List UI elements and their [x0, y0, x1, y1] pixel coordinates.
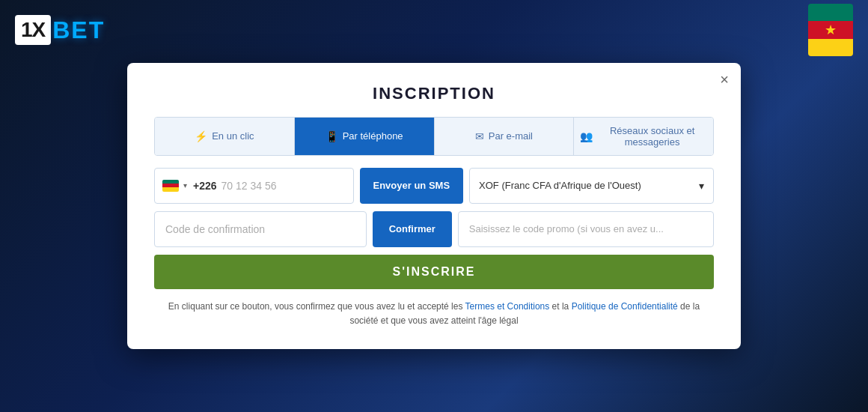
email-icon: ✉	[475, 130, 484, 142]
fm-yellow	[162, 187, 179, 191]
currency-chevron-icon: ▾	[699, 180, 704, 192]
phone-flag	[162, 180, 179, 192]
promo-placeholder: Saisissez le code promo (si vous en avez…	[469, 223, 664, 234]
tab-phone-label: Par téléphone	[343, 130, 403, 142]
tab-social-label: Réseaux sociaux et messageries	[597, 125, 707, 148]
submit-button[interactable]: S'INSCRIRE	[154, 255, 714, 289]
terms-text: En cliquant sur ce bouton, vous confirme…	[154, 300, 714, 328]
tab-email[interactable]: ✉ Par e-mail	[435, 118, 575, 155]
close-button[interactable]: ×	[720, 72, 729, 87]
phone-icon: 📱	[326, 130, 338, 142]
confirmation-code-field[interactable]: Code de confirmation	[154, 211, 367, 247]
phone-input-field[interactable]: ▾ +226 70 12 34 56	[154, 168, 354, 204]
country-code: +226	[193, 180, 217, 192]
terms-text-2: et la	[552, 301, 569, 312]
tab-social[interactable]: 👥 Réseaux sociaux et messageries	[574, 118, 713, 155]
modal-title: INSCRIPTION	[154, 84, 714, 103]
tab-email-label: Par e-mail	[489, 130, 533, 142]
privacy-policy-link[interactable]: Politique de Confidentialité	[572, 301, 678, 312]
send-sms-button[interactable]: Envoyer un SMS	[360, 168, 464, 204]
tab-one-click-label: En un clic	[212, 130, 254, 142]
confirm-row: Code de confirmation Confirmer Saisissez…	[154, 211, 714, 247]
lightning-icon: ⚡	[195, 130, 207, 142]
terms-text-1: En cliquant sur ce bouton, vous confirme…	[168, 301, 463, 312]
tab-one-click[interactable]: ⚡ En un clic	[155, 118, 295, 155]
registration-tabs: ⚡ En un clic 📱 Par téléphone ✉ Par e-mai…	[154, 117, 714, 156]
promo-code-field[interactable]: Saisissez le code promo (si vous en avez…	[458, 211, 714, 247]
social-icon: 👥	[580, 130, 593, 142]
confirmation-placeholder: Code de confirmation	[165, 223, 265, 235]
currency-label: XOF (Franc CFA d'Afrique de l'Ouest)	[479, 180, 641, 191]
inscription-modal: × INSCRIPTION ⚡ En un clic 📱 Par télépho…	[127, 63, 741, 349]
country-dropdown-chevron: ▾	[183, 181, 187, 190]
confirm-button[interactable]: Confirmer	[373, 211, 452, 247]
tab-phone[interactable]: 📱 Par téléphone	[295, 118, 435, 155]
currency-dropdown[interactable]: XOF (Franc CFA d'Afrique de l'Ouest) ▾	[469, 168, 714, 204]
terms-conditions-link[interactable]: Termes et Conditions	[465, 301, 550, 312]
modal-overlay: × INSCRIPTION ⚡ En un clic 📱 Par télépho…	[0, 0, 868, 412]
phone-placeholder: 70 12 34 56	[221, 180, 277, 192]
phone-row: ▾ +226 70 12 34 56 Envoyer un SMS XOF (F…	[154, 168, 714, 204]
